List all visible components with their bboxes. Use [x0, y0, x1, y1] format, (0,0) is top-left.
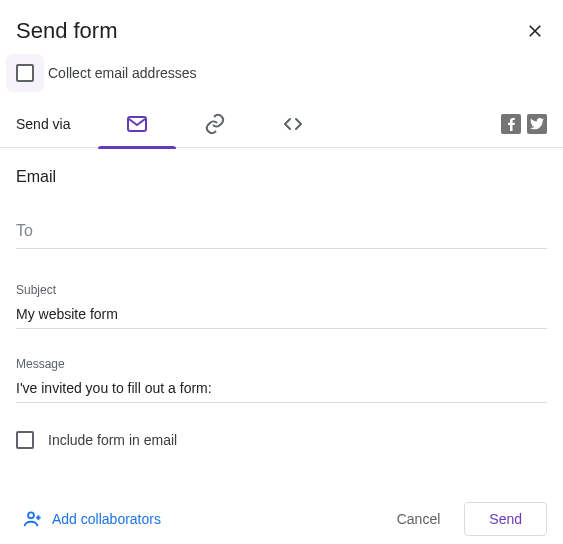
- close-button[interactable]: [523, 19, 547, 43]
- include-form-label: Include form in email: [48, 432, 177, 448]
- close-icon: [526, 22, 544, 40]
- tab-link[interactable]: [176, 100, 254, 148]
- tab-embed[interactable]: [254, 100, 332, 148]
- subject-field[interactable]: [16, 300, 547, 329]
- send-via-label: Send via: [16, 116, 70, 132]
- svg-point-1: [28, 512, 34, 518]
- share-twitter-button[interactable]: [527, 114, 547, 134]
- collect-emails-label: Collect email addresses: [48, 65, 197, 81]
- tab-email[interactable]: [98, 100, 176, 148]
- add-person-icon: [20, 508, 42, 530]
- facebook-icon: [505, 117, 517, 131]
- include-form-checkbox[interactable]: [16, 431, 34, 449]
- share-facebook-button[interactable]: [501, 114, 521, 134]
- to-field[interactable]: [16, 218, 547, 249]
- link-icon: [203, 112, 227, 136]
- add-collaborators-label: Add collaborators: [52, 511, 161, 527]
- message-field[interactable]: [16, 374, 547, 403]
- message-label: Message: [16, 357, 547, 371]
- add-collaborators-button[interactable]: Add collaborators: [20, 508, 161, 530]
- subject-label: Subject: [16, 283, 547, 297]
- embed-icon: [281, 112, 305, 136]
- dialog-title: Send form: [16, 18, 118, 44]
- twitter-icon: [530, 118, 544, 130]
- email-icon: [125, 112, 149, 136]
- email-section-title: Email: [16, 168, 547, 186]
- collect-emails-checkbox[interactable]: [16, 64, 34, 82]
- send-button[interactable]: Send: [464, 502, 547, 536]
- cancel-button[interactable]: Cancel: [385, 503, 453, 535]
